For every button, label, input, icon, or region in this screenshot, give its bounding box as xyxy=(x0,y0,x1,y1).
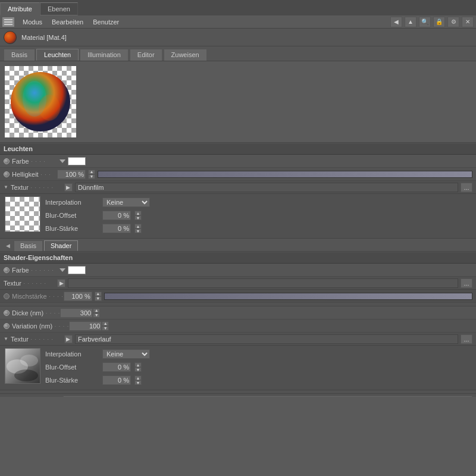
tab-leuchten[interactable]: Leuchten xyxy=(36,49,79,61)
variation-radio[interactable] xyxy=(4,323,10,329)
expand-arrow[interactable]: ▼ xyxy=(4,184,8,190)
preview-area xyxy=(0,61,476,143)
menu-bearbeiten[interactable]: Bearbeiten xyxy=(47,18,88,26)
lock-icon[interactable]: 🔒 xyxy=(433,17,445,27)
brechungs-preset-row: Brechungs-Preset Eigenes xyxy=(0,394,476,397)
material-title: Material [Mat.4] xyxy=(21,34,67,41)
helligkeit-label: Helligkeit · · · xyxy=(4,171,57,178)
shader-textur2-arrow-btn[interactable]: ▶ xyxy=(64,335,73,343)
variation-label: Variation (nm) · · · · xyxy=(4,322,69,330)
interpolation-select[interactable]: Keine xyxy=(102,198,150,207)
shader-textur2-name: Farbverlauf xyxy=(75,334,458,344)
blur-staerke-up[interactable]: ▲ xyxy=(134,224,142,228)
tab-editor[interactable]: Editor xyxy=(130,49,162,61)
shader-mischstaerke-slider[interactable] xyxy=(104,293,472,300)
shader-textur-dots-btn[interactable]: ... xyxy=(461,278,472,288)
farbe-swatch[interactable] xyxy=(68,157,86,165)
blur-staerke-input[interactable] xyxy=(102,224,131,233)
hamburger-icon[interactable] xyxy=(2,17,14,27)
interpolation2-select[interactable]: Keine xyxy=(102,349,150,359)
dicke-up[interactable]: ▲ xyxy=(93,308,100,313)
blur-offset-label: Blur-Offset xyxy=(45,212,99,219)
settings-icon[interactable]: ⚙ xyxy=(447,17,459,27)
shader-farbe-radio[interactable] xyxy=(4,267,10,273)
shader-textur-arrow-btn[interactable]: ▶ xyxy=(57,279,65,287)
variation-input[interactable] xyxy=(69,321,102,331)
variation-spinner: ▲ ▼ xyxy=(102,321,109,331)
blur-staerke-label: Blur-Stärke xyxy=(45,225,99,232)
variation-up[interactable]: ▲ xyxy=(102,321,109,326)
blur-offset2-input[interactable] xyxy=(102,362,131,372)
leuchten-section-header: Leuchten xyxy=(0,143,476,155)
helligkeit-input[interactable] xyxy=(57,170,86,179)
shader-mischstaerke-radio[interactable] xyxy=(4,293,10,299)
shader-textur2-label: Textur · · · · · · xyxy=(11,336,64,343)
shader-textur2-row: ▼ Textur · · · · · · ▶ Farbverlauf ... xyxy=(0,333,476,346)
helligkeit-row: Helligkeit · · · ▲ ▼ xyxy=(0,168,476,181)
textur-thumb-shader xyxy=(5,348,40,384)
tab-basis[interactable]: Basis xyxy=(4,49,35,61)
toolbar-right: ◀ ▲ 🔍 🔒 ⚙ ✕ xyxy=(390,17,474,27)
menu-modus[interactable]: Modus xyxy=(18,18,47,26)
search-icon[interactable]: 🔍 xyxy=(419,17,431,27)
blur-offset2-down[interactable]: ▼ xyxy=(134,367,142,372)
blur-staerke2-up[interactable]: ▲ xyxy=(134,375,142,380)
blur-staerke2-row: Blur-Stärke ▲ ▼ xyxy=(45,374,472,386)
close-icon[interactable]: ✕ xyxy=(462,17,474,27)
spin-down[interactable]: ▼ xyxy=(88,174,95,179)
farbe-radio[interactable] xyxy=(4,158,10,164)
menu-benutzer[interactable]: Benutzer xyxy=(88,18,124,26)
blur-offset2-spinner: ▲ ▼ xyxy=(134,362,142,372)
tab-ebenen[interactable]: Ebenen xyxy=(40,2,78,15)
mini-tab-basis[interactable]: Basis xyxy=(14,240,43,251)
farbe-arrow[interactable] xyxy=(60,159,65,163)
material-header: Material [Mat.4] xyxy=(0,29,476,46)
svg-point-6 xyxy=(20,355,38,367)
helligkeit-spinner: ▲ ▼ xyxy=(88,170,95,179)
blur-offset-spinner: ▲ ▼ xyxy=(134,211,142,220)
blur-offset-row: Blur-Offset ▲ ▼ xyxy=(45,209,472,221)
tab-illumination[interactable]: Illumination xyxy=(80,49,129,61)
back-icon[interactable]: ◀ xyxy=(390,17,402,27)
dicke-down[interactable]: ▼ xyxy=(93,313,100,318)
blur-staerke2-input[interactable] xyxy=(102,375,131,385)
shader-mischstaerke-down[interactable]: ▼ xyxy=(95,296,102,301)
blur-offset-input[interactable] xyxy=(102,211,131,220)
dicke-input[interactable] xyxy=(60,308,93,318)
shader-farbe-arrow[interactable] xyxy=(60,268,65,272)
helligkeit-radio[interactable] xyxy=(4,171,10,177)
blur-offset-up[interactable]: ▲ xyxy=(134,211,142,215)
variation-row: Variation (nm) · · · · ▲ ▼ xyxy=(0,320,476,333)
shader-textur-name xyxy=(68,278,458,288)
textur-detail-shader: Interpolation Keine Blur-Offset ▲ ▼ Blur… xyxy=(0,346,476,390)
brechungs-preset-select[interactable]: Eigenes xyxy=(63,396,472,397)
blur-offset-down[interactable]: ▼ xyxy=(134,215,142,220)
shader-farbe-row: Farbe · · · · · · xyxy=(0,264,476,277)
blur-staerke2-down[interactable]: ▼ xyxy=(134,380,142,385)
textur-arrow-btn[interactable]: ▶ xyxy=(64,183,73,192)
forward-icon[interactable]: ▲ xyxy=(405,17,416,27)
variation-down[interactable]: ▼ xyxy=(102,326,109,331)
interpolation-label: Interpolation xyxy=(45,199,99,206)
textur-thumb-leuchten xyxy=(5,196,40,232)
dicke-radio[interactable] xyxy=(4,310,10,316)
shader-textur2-dots-btn[interactable]: ... xyxy=(461,334,472,344)
mini-tab-shader[interactable]: Shader xyxy=(44,240,78,251)
spin-up[interactable]: ▲ xyxy=(88,170,95,174)
helligkeit-slider-container: ▲ ▼ xyxy=(57,170,472,179)
mini-tab-arrow[interactable]: ◀ xyxy=(4,240,12,251)
textur-props-shader: Interpolation Keine Blur-Offset ▲ ▼ Blur… xyxy=(45,348,472,387)
shader-farbe-swatch[interactable] xyxy=(68,266,86,274)
blur-staerke-down[interactable]: ▼ xyxy=(134,228,142,233)
menu-bar: Modus Bearbeiten Benutzer ◀ ▲ 🔍 🔒 ⚙ ✕ xyxy=(0,15,476,29)
helligkeit-slider[interactable] xyxy=(98,171,472,178)
textur-dots-btn[interactable]: ... xyxy=(461,183,472,192)
textur-detail-leuchten: Interpolation Keine Blur-Offset ▲ ▼ Blur… xyxy=(0,194,476,239)
shader-mischstaerke-up[interactable]: ▲ xyxy=(95,292,102,296)
shader-expand-arrow[interactable]: ▼ xyxy=(4,336,8,342)
tab-attribute[interactable]: Attribute xyxy=(0,2,40,15)
sub-tab-bar: Basis Leuchten Illumination Editor Zuwei… xyxy=(0,46,476,61)
tab-zuweisen[interactable]: Zuweisen xyxy=(164,49,207,61)
blur-offset2-up[interactable]: ▲ xyxy=(134,362,142,367)
shader-mischstaerke-input[interactable] xyxy=(64,292,92,301)
